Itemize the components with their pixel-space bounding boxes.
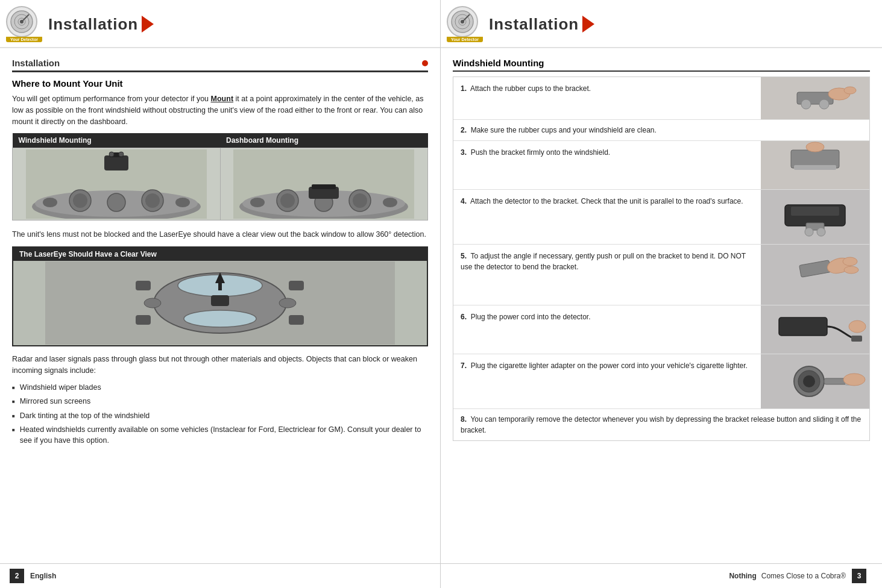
left-page-title: Installation	[48, 15, 138, 34]
mount-table: Windshield Mounting Dashboard Mounting	[12, 133, 428, 220]
left-page-number: 2	[10, 569, 24, 583]
svg-rect-41	[136, 315, 151, 325]
detector-badge-right: Your Detector	[447, 6, 483, 42]
step-row-2: 2. Make sure the rubber cups and your wi…	[453, 120, 869, 141]
svg-point-28	[383, 198, 397, 207]
section-dot	[422, 60, 428, 66]
right-page-content: Windshield Mounting 1. Attach the rubber…	[441, 48, 882, 477]
dashboard-illustration	[233, 149, 414, 219]
windshield-section-title: Windshield Mounting	[453, 58, 870, 72]
svg-point-9	[73, 193, 87, 208]
step-4-image	[761, 190, 869, 244]
detector-badge-left: Your Detector	[6, 6, 42, 42]
laser-eye-box: The LaserEye Should Have a Clear View	[12, 246, 428, 346]
laser-eye-svg	[45, 261, 395, 345]
step-row-3: 3. Push the bracket firmly onto the wind…	[453, 141, 869, 190]
footer-language: English	[30, 572, 56, 580]
step-5-image	[761, 245, 869, 305]
left-footer: 2 English	[0, 563, 440, 588]
mount-col-windshield: Windshield Mounting	[13, 133, 221, 148]
bullet-list: Windshield wiper blades Mirrored sun scr…	[12, 383, 428, 446]
svg-point-18	[119, 152, 124, 157]
badge-circle	[6, 6, 37, 37]
list-item: Heated windshields currently available o…	[12, 425, 428, 446]
svg-point-52	[819, 99, 829, 109]
right-page-title: Installation	[489, 15, 579, 34]
windshield-car-image	[13, 149, 220, 220]
laser-eye-image	[13, 261, 427, 345]
left-page: Your Detector Installation Installation …	[0, 0, 441, 588]
windshield-illustration	[26, 149, 207, 219]
footer-brand: Nothing Comes Close to a Cobra®	[729, 572, 846, 580]
svg-point-69	[843, 257, 857, 266]
badge-circle-right	[447, 6, 478, 37]
windshield-image-cell	[13, 148, 221, 220]
step-row-6: 6. Plug the power cord into the detector…	[453, 305, 869, 354]
svg-rect-73	[851, 336, 862, 342]
right-page-number: 3	[852, 569, 866, 583]
svg-rect-43	[289, 315, 304, 325]
left-page-content: Installation Where to Mount Your Unit Yo…	[0, 48, 440, 488]
svg-point-51	[801, 99, 811, 109]
step-row-4: 4. Attach the detector to the bracket. C…	[453, 190, 869, 245]
svg-point-12	[145, 193, 160, 208]
step-row-1: 1. Attach the rubber cups to the bracket…	[453, 77, 869, 120]
step-3-text: 3. Push the bracket firmly onto the wind…	[453, 141, 761, 189]
section-title: Installation	[12, 58, 428, 72]
step-7-text: 7. Plug the cigarette lighter adapter on…	[453, 354, 761, 408]
svg-rect-42	[289, 281, 304, 290]
red-arrow-left	[142, 16, 154, 33]
step-2-text: 2. Make sure the rubber cups and your wi…	[453, 120, 869, 140]
dashboard-image-cell	[220, 148, 428, 220]
step-3-image	[761, 141, 869, 189]
step-8-text: 8. You can temporarily remove the detect…	[453, 409, 869, 440]
right-header: Your Detector Installation	[441, 0, 882, 48]
svg-rect-15	[104, 155, 128, 170]
svg-point-38	[144, 298, 161, 308]
body-text-3: Radar and laser signals pass through gla…	[12, 354, 428, 377]
laser-eye-header: The LaserEye Should Have a Clear View	[13, 248, 427, 261]
svg-point-81	[843, 374, 865, 386]
step-1-text: 1. Attach the rubber cups to the bracket…	[453, 77, 761, 119]
svg-rect-35	[211, 295, 229, 306]
detector-label-left: Your Detector	[6, 37, 42, 42]
svg-point-64	[805, 228, 813, 236]
svg-rect-59	[812, 144, 818, 150]
radar-icon	[10, 10, 34, 34]
svg-point-14	[175, 198, 190, 207]
step-1-image	[761, 77, 869, 119]
svg-rect-57	[794, 165, 836, 170]
svg-point-13	[43, 198, 57, 207]
svg-point-39	[279, 298, 296, 308]
step-5-text: 5. To adjust the angle if necessary, gen…	[453, 245, 761, 305]
body-text-1: You will get optimum performance from yo…	[12, 93, 428, 127]
list-item: Mirrored sun screens	[12, 396, 428, 407]
svg-point-34	[184, 310, 256, 327]
svg-point-26	[353, 193, 367, 208]
red-arrow-right	[582, 16, 594, 33]
mount-col-dashboard: Dashboard Mounting	[220, 133, 428, 148]
steps-container: 1. Attach the rubber cups to the bracket…	[453, 77, 870, 441]
svg-rect-37	[218, 283, 222, 290]
svg-point-65	[817, 228, 825, 236]
svg-rect-62	[791, 207, 839, 216]
step-6-image	[761, 305, 869, 354]
dashboard-car-image	[221, 149, 428, 220]
right-footer: Nothing Comes Close to a Cobra® 3	[441, 563, 882, 588]
list-item: Dark tinting at the top of the windshiel…	[12, 411, 428, 422]
body-text-2: The unit's lens must not be blocked and …	[12, 229, 428, 240]
svg-point-27	[250, 198, 265, 207]
subsection-title: Where to Mount Your Unit	[12, 78, 428, 89]
svg-point-74	[849, 321, 866, 333]
radar-icon-right	[450, 10, 474, 34]
svg-rect-72	[779, 317, 827, 336]
detector-label-right: Your Detector	[447, 37, 483, 42]
svg-point-23	[280, 193, 295, 208]
step-6-text: 6. Plug the power cord into the detector…	[453, 305, 761, 354]
step-7-image	[761, 354, 869, 408]
svg-point-17	[109, 152, 114, 157]
list-item: Windshield wiper blades	[12, 383, 428, 393]
step-row-5: 5. To adjust the angle if necessary, gen…	[453, 245, 869, 305]
step-4-text: 4. Attach the detector to the bracket. C…	[453, 190, 761, 244]
svg-point-78	[803, 375, 815, 387]
